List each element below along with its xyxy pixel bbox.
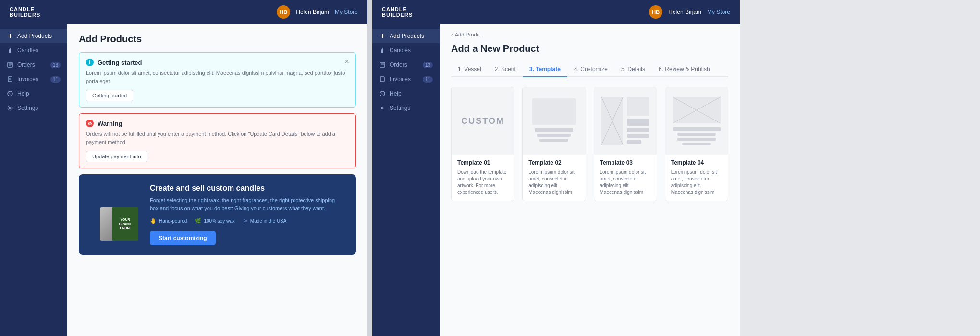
orders2-icon <box>379 61 386 68</box>
sidebar-item-orders[interactable]: Orders 13 <box>0 58 67 72</box>
sidebar-item-invoices[interactable]: Invoices 11 <box>0 72 67 86</box>
feature-made-in-usa: 🏳 Made in the USA <box>243 218 287 224</box>
svg-point-13 <box>8 106 12 110</box>
template-info-04: Template 04 Lorem ipsum dolor sit amet, … <box>665 155 728 201</box>
sidebar-item-help[interactable]: ? Help <box>0 86 67 101</box>
help2-icon: ? <box>379 90 386 97</box>
sidebar2-label-candles: Candles <box>390 47 411 54</box>
promo-content: Create and sell custom candles Forget se… <box>150 184 344 245</box>
help-icon: ? <box>7 90 13 97</box>
screen-divider <box>368 0 372 336</box>
feature-label-2: 100% soy wax <box>204 218 234 224</box>
promo-candle-image: YOURBRANDHERE! <box>90 188 138 241</box>
template-info-01: Template 01 Download the template and up… <box>452 155 514 201</box>
username-2: Helen Birjam <box>668 9 701 15</box>
templates-grid: CUSTOM Template 01 Download the template… <box>451 87 728 201</box>
sidebar2-item-orders[interactable]: Orders 13 <box>372 58 440 72</box>
template-desc-02: Lorem ipsum dolor sit amet, consectetur … <box>528 169 579 196</box>
template-name-01: Template 01 <box>457 159 508 166</box>
template-card-03[interactable]: Template 03 Lorem ipsum dolor sit amet, … <box>594 87 657 201</box>
logo-line2: BUILDERS <box>10 12 40 18</box>
start-customizing-button[interactable]: Start customizing <box>150 231 216 245</box>
avatar-1: HB <box>277 5 290 19</box>
sidebar2-label-settings: Settings <box>390 105 410 111</box>
info-banner-close-icon[interactable]: ✕ <box>344 58 350 65</box>
invoices2-icon <box>379 76 386 83</box>
svg-rect-1 <box>8 36 12 36</box>
page-title-1: Add Products <box>79 34 356 45</box>
screen-2: CANDLE BUILDERS HB Helen Birjam My Store… <box>372 0 740 336</box>
svg-rect-34 <box>627 134 649 138</box>
svg-rect-41 <box>677 138 716 141</box>
warning-icon: ⊘ <box>86 120 94 127</box>
tab-vessel[interactable]: 1. Vessel <box>451 62 488 77</box>
info-banner-text: Lorem ipsum dolor sit amet, consectetur … <box>86 69 349 85</box>
sidebar-item-candles[interactable]: Candles <box>0 43 67 58</box>
info-banner: i Getting started Lorem ipsum dolor sit … <box>79 52 356 108</box>
candle-box: YOURBRANDHERE! <box>112 207 138 241</box>
screen-1: CANDLE BUILDERS HB Helen Birjam My Store… <box>0 0 368 336</box>
header-1: CANDLE BUILDERS HB Helen Birjam My Store <box>0 0 368 24</box>
template-card-01[interactable]: CUSTOM Template 01 Download the template… <box>451 87 514 201</box>
tab-review[interactable]: 6. Review & Publish <box>652 62 717 77</box>
info-banner-header: i Getting started <box>86 59 349 66</box>
tab-template[interactable]: 3. Template <box>523 62 567 77</box>
sidebar2-item-invoices[interactable]: Invoices 11 <box>372 72 440 86</box>
header-2: CANDLE BUILDERS HB Helen Birjam My Store <box>372 0 740 24</box>
invoices-badge: 11 <box>50 76 61 83</box>
svg-rect-32 <box>627 119 649 126</box>
candle2-icon <box>379 47 386 54</box>
brand-text: YOURBRANDHERE! <box>119 218 131 230</box>
store-link-2[interactable]: My Store <box>707 9 730 15</box>
warning-banner-title: Warning <box>98 120 122 127</box>
sidebar2-label-add-products: Add Products <box>390 33 424 39</box>
sidebar-item-settings[interactable]: Settings <box>0 101 67 115</box>
getting-started-button[interactable]: Getting started <box>86 90 133 101</box>
sidebar2-label-help: Help <box>390 90 402 97</box>
svg-rect-39 <box>673 127 721 131</box>
template-info-03: Template 03 Lorem ipsum dolor sit amet, … <box>594 155 657 201</box>
store-link-1[interactable]: My Store <box>335 9 358 15</box>
sidebar2-item-add-products[interactable]: Add Products <box>372 29 440 43</box>
template-card-02[interactable]: Template 02 Lorem ipsum dolor sit amet, … <box>522 87 586 201</box>
svg-rect-24 <box>532 98 576 125</box>
svg-rect-2 <box>9 49 11 53</box>
sidebar2-item-candles[interactable]: Candles <box>372 43 440 58</box>
avatar-2: HB <box>649 5 662 19</box>
svg-rect-15 <box>380 36 385 36</box>
template-info-02: Template 02 Lorem ipsum dolor sit amet, … <box>523 155 585 201</box>
svg-point-23 <box>381 107 383 109</box>
svg-text:?: ? <box>381 92 384 96</box>
update-payment-button[interactable]: Update payment info <box>86 151 147 162</box>
feature-label-1: Hand-poured <box>159 218 187 224</box>
svg-rect-35 <box>627 140 641 144</box>
tab-scent[interactable]: 2. Scent <box>488 62 523 77</box>
sidebar2-label-orders: Orders <box>390 61 407 68</box>
sidebar2-item-help[interactable]: ? Help <box>372 86 440 101</box>
sidebar-label-add-products: Add Products <box>17 33 52 39</box>
svg-text:?: ? <box>9 92 12 96</box>
tab-details[interactable]: 5. Details <box>614 62 652 77</box>
invoices-icon <box>7 76 13 83</box>
feature-label-3: Made in the USA <box>250 218 287 224</box>
tab-bar: 1. Vessel 2. Scent 3. Template 4. Custom… <box>451 62 728 77</box>
logo2-line1: CANDLE <box>382 6 413 12</box>
sidebar-item-add-products[interactable]: Add Products <box>0 29 67 43</box>
logo-line1: CANDLE <box>10 6 40 12</box>
svg-rect-20 <box>380 77 384 82</box>
logo-1: CANDLE BUILDERS <box>10 6 40 18</box>
breadcrumb[interactable]: ‹ Add Produ... <box>451 32 728 37</box>
flag-icon: 🏳 <box>243 218 248 224</box>
svg-rect-33 <box>627 128 649 132</box>
template-card-04[interactable]: Template 04 Lorem ipsum dolor sit amet, … <box>665 87 728 201</box>
tab-customize[interactable]: 4. Customize <box>567 62 614 77</box>
svg-rect-31 <box>627 97 649 116</box>
template-desc-03: Lorem ipsum dolor sit amet, consectetur … <box>600 169 651 196</box>
svg-rect-26 <box>537 134 571 137</box>
invoices2-badge: 11 <box>423 76 433 83</box>
feature-hand-poured: 🤚 Hand-poured <box>150 218 187 224</box>
sidebar2-item-settings[interactable]: Settings <box>372 101 440 115</box>
main-content-2: ‹ Add Produ... Add a New Product 1. Vess… <box>440 24 740 336</box>
leaf-icon: 🌿 <box>195 218 201 224</box>
hand-icon: 🤚 <box>150 218 157 224</box>
